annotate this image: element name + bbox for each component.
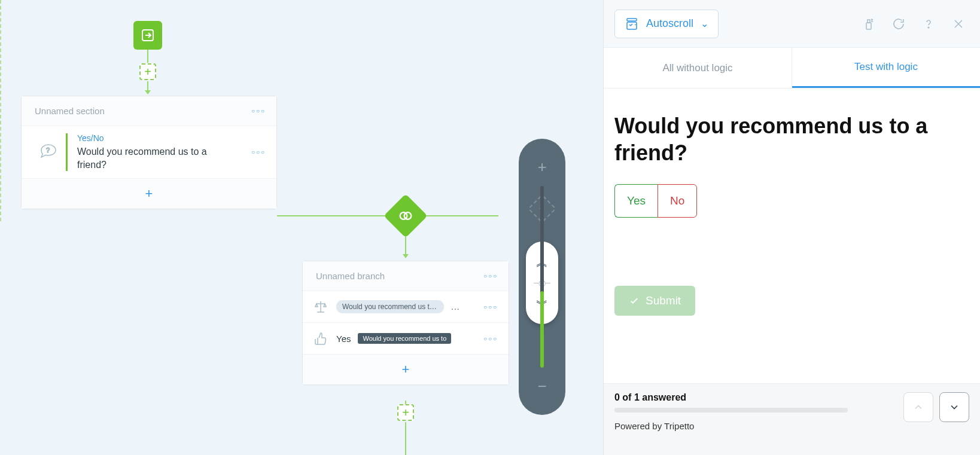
section-header[interactable]: Unnamed section ○○○ (22, 96, 276, 126)
svg-rect-6 (866, 23, 871, 29)
decision-node[interactable] (384, 194, 428, 238)
spray-icon (862, 17, 876, 31)
scales-icon (312, 298, 329, 315)
connector-line (405, 422, 406, 455)
preview-tabs: All without logic Test with logic (604, 48, 980, 88)
check-icon (629, 295, 640, 306)
branch-icon (397, 207, 414, 224)
svg-text:?: ? (46, 146, 50, 154)
section-title: Unnamed section (35, 106, 105, 116)
branch-add-button[interactable]: + (303, 355, 509, 384)
tab-all-without-logic[interactable]: All without logic (604, 48, 792, 88)
section-more-button[interactable]: ○○○ (251, 108, 266, 114)
chat-icon: ? (35, 139, 62, 166)
autoscroll-button[interactable]: Autoscroll ⌄ (614, 10, 719, 38)
close-button[interactable] (948, 13, 969, 35)
add-node-button[interactable]: + (139, 63, 156, 80)
add-node-button[interactable]: + (397, 404, 414, 421)
branch-condition-row[interactable]: Would you recommend us to a frie... ... … (303, 291, 509, 323)
section-card[interactable]: Unnamed section ○○○ ? Yes/No Would you r… (21, 96, 277, 209)
nav-next-button[interactable] (939, 392, 969, 422)
help-icon (921, 17, 936, 31)
branch-result-row[interactable]: Yes Would you recommend us to ○○○ (303, 323, 509, 355)
preview-toolbar: Autoscroll ⌄ (604, 0, 980, 48)
chevron-down-icon (948, 401, 960, 413)
svg-point-8 (928, 27, 929, 28)
plus-icon: + (402, 362, 410, 377)
result-label: Yes (336, 334, 351, 344)
close-icon (951, 17, 966, 31)
preview-footer: 0 of 1 answered Powered by Tripetto (604, 383, 980, 455)
submit-button[interactable]: Submit (614, 286, 695, 316)
section-add-button[interactable]: + (22, 179, 276, 209)
thumbs-up-icon (312, 330, 329, 347)
nav-prev-button[interactable] (903, 392, 933, 422)
zoom-out-button[interactable]: − (537, 377, 546, 396)
progress-bar (614, 408, 848, 413)
refresh-button[interactable] (888, 13, 909, 35)
spray-button[interactable] (858, 13, 879, 35)
zoom-slider[interactable]: + + ︽ ─◯─ ︾ − (519, 139, 565, 415)
question-row[interactable]: ? Yes/No Would you recommend us to a fri… (22, 126, 276, 179)
result-more-button[interactable]: ○○○ (483, 335, 498, 342)
help-button[interactable] (918, 13, 939, 35)
connector-line-dashed (0, 0, 1, 221)
ellipsis-icon: ... (451, 302, 460, 312)
zoom-track[interactable] (540, 186, 544, 368)
condition-pill: Would you recommend us to a frie... (336, 300, 444, 313)
svg-point-3 (404, 212, 412, 219)
start-node[interactable] (133, 21, 162, 50)
autoscroll-label: Autoscroll (646, 17, 693, 30)
autoscroll-icon (625, 17, 639, 31)
yes-no-group: Yes No (614, 184, 697, 218)
form-canvas[interactable]: + Unnamed section ○○○ ? Yes/No Would you… (0, 0, 603, 455)
svg-rect-7 (868, 20, 870, 23)
chevron-up-icon (912, 401, 924, 413)
plus-icon: + (145, 186, 153, 201)
result-pill: Would you recommend us to (358, 333, 451, 344)
arrowhead-icon (145, 90, 151, 94)
chevron-down-icon: ⌄ (701, 18, 708, 29)
question-type-label: Yes/No (77, 133, 251, 143)
branch-title: Unnamed branch (316, 271, 385, 281)
question-text: Would you recommend us to a friend? (77, 145, 215, 171)
zoom-fill (540, 291, 544, 368)
branch-more-button[interactable]: ○○○ (483, 273, 498, 279)
condition-more-button[interactable]: ○○○ (483, 304, 498, 310)
enter-icon (141, 28, 155, 42)
yes-button[interactable]: Yes (614, 184, 658, 218)
question-more-button[interactable]: ○○○ (251, 149, 266, 155)
branch-card[interactable]: Unnamed branch ○○○ Would you recommend u… (302, 261, 509, 385)
zoom-in-button[interactable]: + (537, 158, 546, 176)
preview-question-title: Would you recommend us to a friend? (614, 112, 969, 166)
branch-header[interactable]: Unnamed branch ○○○ (303, 261, 509, 291)
svg-rect-5 (627, 22, 637, 29)
arrowhead-icon (403, 254, 409, 258)
preview-panel: Autoscroll ⌄ All without logic Test with… (603, 0, 980, 455)
no-button[interactable]: No (658, 184, 697, 218)
nav-buttons (903, 392, 969, 422)
question-text-block: Yes/No Would you recommend us to a frien… (66, 133, 251, 171)
connector-line (147, 50, 148, 63)
refresh-icon (891, 17, 906, 31)
svg-rect-4 (627, 19, 637, 21)
tab-test-with-logic[interactable]: Test with logic (792, 48, 980, 88)
preview-body: Would you recommend us to a friend? Yes … (604, 88, 980, 383)
powered-by-text: Powered by Tripetto (614, 421, 969, 431)
